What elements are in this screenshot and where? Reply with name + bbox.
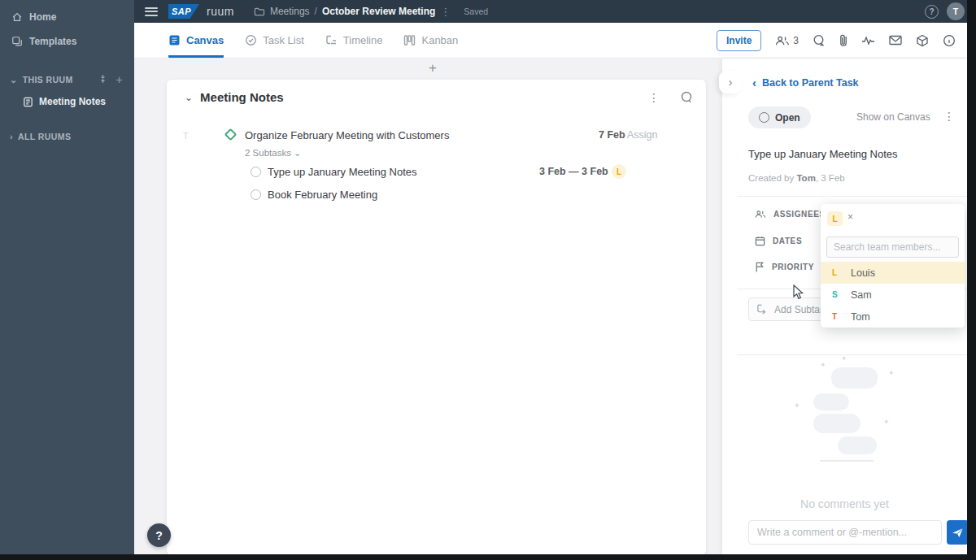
tab-task-list[interactable]: Task List (245, 23, 304, 58)
tab-timeline[interactable]: Timeline (325, 23, 383, 58)
tab-kanban[interactable]: Kanban (403, 23, 458, 58)
field-assignees[interactable]: ASSIGNEES (755, 210, 826, 219)
chevron-down-icon: ⌄ (294, 148, 301, 158)
attachments-button[interactable] (839, 33, 847, 47)
subtask-title[interactable]: Type up January Meeting Notes (268, 166, 417, 178)
collapse-panel-button[interactable]: › (719, 71, 742, 93)
sidebar-section-this-ruum[interactable]: ⌄ THIS RUUM + (0, 65, 134, 91)
comment-input[interactable] (748, 520, 942, 545)
meeting-notes-card: ⌄ Meeting Notes ⋮ T Organize February Me… (167, 80, 706, 555)
view-tabbar: Canvas Task List Timeline Kanban Invite … (134, 23, 976, 59)
chevron-down-icon: ⌄ (10, 76, 18, 85)
member-option-louis[interactable]: L Louis (821, 262, 965, 284)
member-initial: T (832, 312, 840, 321)
subtask-status-circle-icon[interactable] (251, 167, 261, 177)
save-status: Saved (464, 7, 488, 16)
assignee-dropdown: L × L Louis S Sam T Tom (821, 204, 965, 328)
sidebar-item-templates[interactable]: Templates (0, 29, 134, 54)
package-button[interactable] (916, 34, 929, 47)
members-button[interactable]: 3 (775, 35, 799, 46)
activity-button[interactable] (861, 36, 875, 46)
tab-canvas[interactable]: Canvas (168, 23, 224, 58)
brand-ruum: ruum (207, 5, 234, 18)
help-fab-button[interactable]: ? (147, 523, 171, 547)
collapse-card-icon[interactable]: ⌄ (185, 93, 193, 102)
comments-button[interactable] (813, 34, 826, 47)
subtask-title[interactable]: Book February Meeting (268, 189, 377, 201)
top-bar: SAP ruum Meetings / October Review Meeti… (134, 0, 976, 23)
add-section-item-icon[interactable]: + (115, 73, 123, 86)
user-avatar[interactable]: T (947, 2, 965, 20)
sidebar-section-all-ruums[interactable]: › ALL RUUMS (0, 124, 134, 146)
canvas-icon (168, 34, 181, 46)
search-team-members-input[interactable] (826, 237, 959, 258)
status-label: Open (775, 112, 800, 124)
sidebar-item-home[interactable]: Home (0, 5, 134, 29)
field-dates[interactable]: DATES (755, 236, 802, 246)
subtask-dates[interactable]: 3 Feb — 3 Feb (539, 166, 608, 177)
breadcrumb-folder[interactable]: Meetings (270, 6, 310, 17)
invite-button[interactable]: Invite (717, 30, 761, 51)
subtask-status-circle-icon[interactable] (251, 189, 261, 200)
member-option-sam[interactable]: S Sam (821, 284, 965, 306)
member-name: Sam (851, 289, 872, 301)
tab-label: Canvas (186, 34, 224, 46)
status-circle-icon (759, 112, 769, 123)
home-icon (11, 11, 23, 23)
sidebar: Home Templates ⌄ THIS RUUM + Meeting Not… (0, 0, 134, 560)
card-title[interactable]: Meeting Notes (200, 90, 284, 104)
no-comments-illustration: ✦ ✦ ✦ ✦ ✦ (804, 366, 917, 475)
block-type-hint: T (183, 131, 189, 141)
help-icon[interactable]: ? (925, 5, 939, 19)
mail-button[interactable] (889, 35, 902, 46)
member-name: Louis (851, 267, 875, 279)
created-by-line: Created by Tom, 3 Feb (748, 173, 845, 183)
field-label: PRIORITY (772, 263, 814, 271)
detail-task-title[interactable]: Type up January Meeting Notes (748, 148, 898, 160)
field-label: DATES (773, 237, 802, 245)
task-title[interactable]: Organize February Meeting with Customers (245, 129, 449, 141)
calendar-icon (755, 236, 765, 246)
field-priority[interactable]: PRIORITY (755, 262, 814, 272)
collapse-all-icon[interactable] (98, 74, 107, 85)
templates-icon (11, 36, 23, 47)
status-pill[interactable]: Open (748, 106, 811, 128)
sidebar-item-meeting-notes[interactable]: Meeting Notes (0, 91, 134, 112)
section-label: ALL RUUMS (18, 132, 123, 141)
info-button[interactable] (943, 34, 956, 47)
activity-icon (861, 36, 875, 46)
member-initial: L (832, 268, 840, 277)
divider (737, 196, 967, 197)
comment-bubble-icon[interactable] (681, 91, 693, 104)
subtasks-toggle[interactable]: 2 Subtasks ⌄ (245, 148, 301, 158)
members-count: 3 (793, 35, 799, 46)
subtask-assignee-avatar[interactable]: L (612, 164, 626, 179)
tab-label: Task List (263, 34, 304, 46)
task-status-diamond-icon[interactable] (224, 128, 237, 141)
attachment-icon (839, 33, 847, 47)
member-option-tom[interactable]: T Tom (821, 306, 965, 328)
add-section-button[interactable]: + (429, 60, 437, 76)
show-on-canvas-link[interactable]: Show on Canvas (856, 111, 930, 123)
section-label: THIS RUUM (23, 75, 91, 85)
send-comment-button[interactable] (947, 520, 969, 545)
task-list-icon (245, 34, 257, 46)
task-menu-icon[interactable]: ⋮ (943, 110, 955, 123)
task-assign-button[interactable]: Assign (627, 129, 658, 141)
folder-icon (254, 7, 265, 16)
breadcrumb-current[interactable]: October Review Meeting (322, 6, 435, 17)
breadcrumb: Meetings / October Review Meeting ⋮ (254, 6, 451, 17)
selected-assignee-chip[interactable]: L (827, 211, 843, 226)
tab-label: Timeline (343, 34, 383, 46)
subtask-row[interactable]: Book February Meeting (167, 189, 706, 203)
ruum-menu-icon[interactable]: ⋮ (440, 7, 451, 17)
task-due-date[interactable]: 7 Feb (599, 129, 625, 141)
hamburger-icon[interactable] (145, 7, 158, 16)
screen-edge (967, 0, 976, 560)
remove-assignee-icon[interactable]: × (847, 211, 853, 223)
card-menu-icon[interactable]: ⋮ (648, 91, 660, 104)
task-row[interactable]: T Organize February Meeting with Custome… (167, 128, 706, 143)
document-icon (23, 97, 33, 107)
back-to-parent-link[interactable]: ‹ Back to Parent Task (752, 76, 859, 89)
subtask-row[interactable]: Type up January Meeting Notes 3 Feb — 3 … (167, 166, 706, 180)
